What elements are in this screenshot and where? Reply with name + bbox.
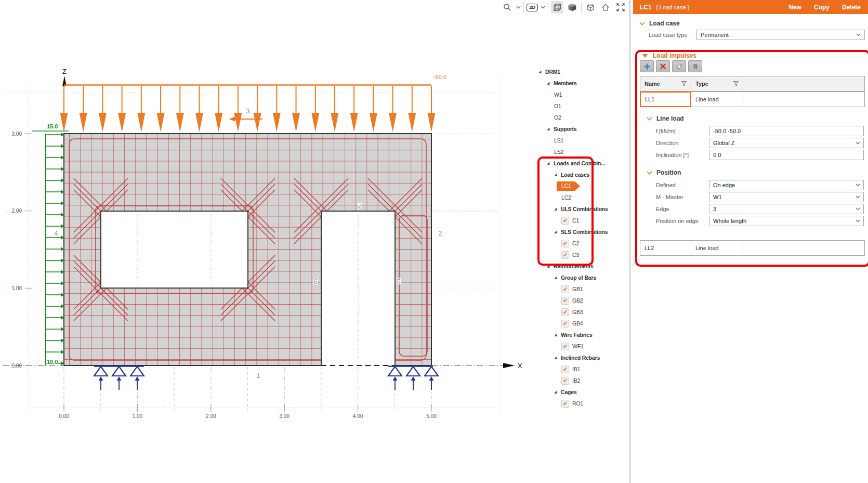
zoom-button[interactable] (501, 1, 514, 14)
x-dimension-tick-label: 2.00 (206, 413, 216, 419)
tree-item-lc1[interactable]: LC1 (533, 180, 627, 192)
tree-item-gb1[interactable]: ✔GB1 (533, 283, 627, 295)
tree-checkbox-checked[interactable]: ✔ (561, 377, 569, 385)
tree-item-w1[interactable]: W1 (533, 89, 627, 100)
table-row-ll1-extra[interactable] (743, 92, 865, 107)
tree-expander-icon[interactable]: ◢ (547, 127, 554, 131)
table-row-ll2-extra[interactable] (743, 240, 865, 256)
tree-item-group-of-bars[interactable]: ◢Group of Bars (533, 272, 627, 283)
view-mode-dropdown-chevron-icon[interactable] (541, 6, 545, 9)
position-section-header[interactable]: Position (647, 169, 681, 176)
tree-item-ro1[interactable]: ✔RO1 (533, 398, 627, 409)
tree-item-o1[interactable]: O1 (533, 100, 627, 112)
edit-load-impulse-button[interactable] (672, 60, 686, 72)
wireframe-view-button[interactable] (551, 1, 563, 14)
tree-item-o2[interactable]: O2 (533, 112, 627, 123)
delete-load-impulse-button[interactable] (688, 60, 702, 72)
left-edge-load[interactable]: 15.0 10.0 (32, 123, 69, 365)
table-row-ll2-type[interactable]: Line load (691, 240, 743, 256)
home-view-button[interactable] (599, 1, 612, 14)
tree-item-c2[interactable]: ✔C2 (533, 238, 627, 249)
table-row-ll1-type[interactable]: Line load (691, 92, 743, 107)
tree-checkbox-checked[interactable]: ✔ (561, 365, 569, 373)
new-button[interactable]: New (788, 4, 801, 11)
tree-checkbox-checked[interactable]: ✔ (561, 320, 569, 328)
line-load-section-header[interactable]: Line load (647, 115, 684, 122)
field-select[interactable]: 3 (709, 204, 864, 214)
tree-item-reinforcements[interactable]: ◢Reinforcements (533, 260, 627, 272)
load-case-type-select[interactable]: Permanent (696, 30, 865, 40)
transparent-view-button[interactable] (584, 1, 597, 14)
zoom-dropdown-chevron-icon[interactable] (516, 6, 521, 9)
tree-checkbox-checked[interactable]: ✔ (561, 297, 569, 305)
tree-item-supports[interactable]: ◢Supports (533, 123, 627, 135)
tree-checkbox-checked[interactable]: ✔ (561, 400, 569, 408)
panel-splitter[interactable] (629, 0, 630, 483)
tree-checkbox-checked[interactable]: ✔ (561, 240, 569, 247)
line-supports[interactable] (94, 367, 438, 390)
tree-item-gb3[interactable]: ✔GB3 (533, 306, 627, 318)
tree-item-gb4[interactable]: ✔GB4 (533, 318, 627, 329)
table-header-type[interactable]: Type (691, 76, 743, 92)
field-select[interactable]: Global Z (709, 138, 864, 148)
solid-view-button[interactable] (566, 1, 578, 14)
tree-expander-icon[interactable]: ◢ (547, 161, 554, 165)
tree-expander-icon[interactable]: ◢ (538, 70, 545, 74)
tree-item-drm1[interactable]: ◢DRM1 (533, 66, 627, 77)
tree-checkbox-checked[interactable]: ✔ (561, 217, 569, 225)
tree-expander-icon[interactable]: ◢ (554, 230, 561, 234)
tree-item-load-cases[interactable]: ◢Load cases (533, 169, 627, 180)
toolbar-separator (523, 2, 524, 12)
tree-item-wf1[interactable]: ✔WF1 (533, 341, 627, 352)
tree-checkbox-checked[interactable]: ✔ (561, 251, 569, 259)
tree-checkbox-checked[interactable]: ✔ (561, 308, 569, 316)
tree-checkbox-checked[interactable]: ✔ (561, 285, 569, 293)
tree-item-ib2[interactable]: ✔IB2 (533, 375, 627, 386)
view-2d-button[interactable]: 2D (527, 4, 538, 11)
tree-item-lc2[interactable]: LC2 (533, 192, 627, 203)
field-select[interactable]: W1 (709, 192, 864, 202)
field-input[interactable]: 0.0 (709, 150, 864, 160)
tree-expander-icon[interactable]: ◢ (547, 264, 554, 268)
tree-item-c3[interactable]: ✔C3 (533, 249, 627, 260)
tree-item-cages[interactable]: ◢Cages (533, 386, 627, 398)
table-row-ll2-name[interactable]: LL2 (640, 240, 691, 256)
tree-item-ib1[interactable]: ✔IB1 (533, 363, 627, 375)
model-canvas-area[interactable]: X Z -50.0 15.0 10.0 0.001.002.003.004.00… (0, 0, 630, 483)
tree-checkbox-checked[interactable]: ✔ (561, 343, 569, 350)
tree-item-gb2[interactable]: ✔GB2 (533, 295, 627, 306)
filter-icon[interactable] (733, 81, 739, 86)
tree-item-ls2[interactable]: LS2 (533, 146, 627, 158)
tree-expander-icon[interactable]: ◢ (554, 207, 561, 211)
tree-expander-icon[interactable]: ◢ (554, 356, 561, 360)
load-impulses-section-header[interactable]: Load impulses (642, 52, 696, 59)
tree-expander-icon[interactable]: ◢ (554, 276, 561, 280)
fit-view-button[interactable] (614, 1, 627, 14)
table-header-name[interactable]: Name (640, 76, 691, 92)
tree-item-inclined-rebars[interactable]: ◢Inclined Rebars (533, 352, 627, 363)
field-row: M - MasterW1 (656, 192, 864, 204)
field-select[interactable]: On edge (709, 180, 864, 190)
tree-item-uls-combinations[interactable]: ◢ULS Combinations (533, 203, 627, 215)
load-case-section-header[interactable]: Load case (639, 20, 680, 27)
tree-expander-icon[interactable]: ◢ (554, 333, 561, 337)
tree-expander-icon[interactable]: ◢ (554, 390, 561, 394)
remove-load-impulse-button[interactable] (656, 60, 670, 72)
add-load-impulse-button[interactable] (640, 60, 654, 72)
field-select[interactable]: Whole length (709, 216, 864, 226)
copy-button[interactable]: Copy (814, 4, 830, 11)
tree-item-sls-combinations[interactable]: ◢SLS Combinations (533, 226, 627, 238)
tree-expander-icon[interactable]: ◢ (554, 173, 561, 177)
tree-expander-icon[interactable]: ◢ (547, 81, 554, 85)
tree-item-c1[interactable]: ✔C1 (533, 215, 627, 226)
tree-item-loads-and-combin[interactable]: ◢Loads and Combin... (533, 158, 627, 169)
tree-item-ls1[interactable]: LS1 (533, 135, 627, 146)
top-line-load[interactable]: -50.0 (60, 74, 447, 132)
filter-icon[interactable] (681, 81, 687, 86)
tree-item-members[interactable]: ◢Members (533, 77, 627, 89)
field-input[interactable]: -50.0 -50.0 (709, 126, 864, 136)
field-value: 3 (713, 206, 716, 212)
tree-item-wire-fabrics[interactable]: ◢Wire Fabrics (533, 329, 627, 341)
table-row-ll1-name[interactable]: LL1 (640, 92, 691, 107)
delete-button[interactable]: Delete (842, 4, 861, 11)
